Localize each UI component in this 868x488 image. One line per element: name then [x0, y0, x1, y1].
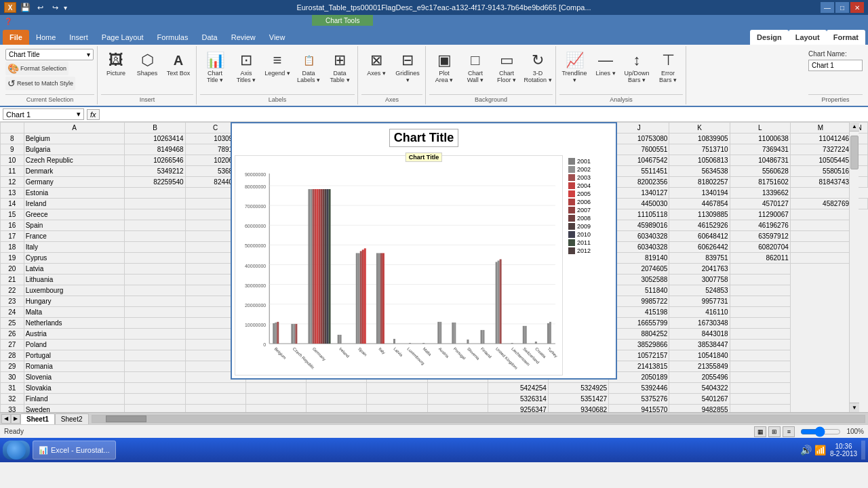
tab-view[interactable]: View — [262, 30, 292, 45]
cell[interactable]: 3052588 — [609, 274, 669, 285]
cell[interactable]: Austria — [24, 329, 125, 340]
tab-pagelayout[interactable]: Page Layout — [95, 30, 151, 45]
cell[interactable]: France — [24, 231, 125, 242]
cell[interactable] — [245, 394, 306, 405]
cell[interactable] — [730, 329, 790, 340]
cell[interactable]: 45989016 — [609, 220, 669, 231]
cell[interactable]: 10486731 — [730, 155, 790, 166]
redo-button[interactable]: ↪ — [49, 2, 61, 13]
cell[interactable]: 1340194 — [669, 188, 730, 199]
cell[interactable]: 5511451 — [609, 166, 669, 177]
cell[interactable]: 8804252 — [609, 329, 669, 340]
cell[interactable] — [125, 350, 185, 361]
col-header-a[interactable]: A — [24, 123, 125, 134]
zoom-slider[interactable] — [800, 427, 841, 436]
plot-area-button[interactable]: ▣ PlotArea ▾ — [429, 49, 459, 85]
cell[interactable]: Hungary — [24, 296, 125, 307]
cell[interactable]: 9482855 — [669, 405, 730, 413]
normal-view-button[interactable]: ▦ — [754, 426, 766, 437]
cell[interactable]: 1339662 — [730, 188, 790, 199]
cell[interactable]: 9256347 — [488, 405, 548, 413]
cell[interactable] — [307, 405, 367, 413]
cell[interactable]: 5349212 — [125, 166, 185, 177]
cell[interactable]: 5580516 — [790, 166, 850, 177]
cell[interactable]: 82002356 — [609, 177, 669, 188]
cell[interactable] — [790, 220, 850, 231]
cell[interactable]: 46196276 — [730, 220, 790, 231]
cell[interactable] — [185, 405, 245, 413]
cell[interactable]: 4467854 — [669, 199, 730, 209]
cell[interactable]: 4570127 — [730, 199, 790, 209]
close-button[interactable]: ✕ — [850, 2, 864, 13]
cell[interactable]: 819140 — [609, 253, 669, 264]
cell[interactable]: 3007758 — [669, 274, 730, 285]
cell[interactable] — [125, 264, 185, 274]
updown-bars-button[interactable]: ↕ Up/DownBars ▾ — [622, 49, 652, 85]
cell[interactable] — [125, 188, 185, 199]
cell[interactable]: Finland — [24, 394, 125, 405]
cell[interactable]: Netherlands — [24, 318, 125, 329]
cell[interactable]: 8149468 — [125, 144, 185, 155]
lines-button[interactable]: — Lines ▾ — [591, 49, 620, 79]
chart-title-box[interactable]: Chart Title — [389, 129, 459, 147]
data-labels-button[interactable]: 📋 DataLabels ▾ — [294, 49, 323, 85]
name-box[interactable]: Chart 1 ▾ — [3, 108, 84, 120]
cell[interactable]: 9985722 — [609, 296, 669, 307]
cell[interactable]: 2055496 — [669, 372, 730, 383]
cell[interactable]: Spain — [24, 220, 125, 231]
cell[interactable] — [730, 318, 790, 329]
cell[interactable]: 10467542 — [609, 155, 669, 166]
cell[interactable]: 46152926 — [669, 220, 730, 231]
cell[interactable] — [427, 383, 488, 394]
cell[interactable]: 11290067 — [730, 209, 790, 220]
reset-match-style-button[interactable]: ↺ Reset to Match Style — [5, 77, 75, 90]
gridlines-button[interactable]: ⊟ Gridlines ▾ — [393, 49, 422, 85]
cell[interactable] — [125, 340, 185, 350]
data-table-button[interactable]: ⊞ DataTable ▾ — [325, 49, 355, 85]
vertical-scrollbar[interactable]: ▲ ▼ — [849, 122, 859, 412]
sheet-tab-sheet2[interactable]: Sheet2 — [55, 413, 89, 424]
cell[interactable]: 2050189 — [609, 372, 669, 383]
cell[interactable]: Belgium — [24, 134, 125, 144]
cell[interactable] — [125, 394, 185, 405]
cell[interactable] — [790, 242, 850, 253]
cell[interactable] — [307, 383, 367, 394]
cell[interactable]: 82259540 — [125, 177, 185, 188]
cell[interactable]: 7327224 — [790, 144, 850, 155]
cell[interactable]: 21413815 — [609, 361, 669, 372]
cell[interactable]: 5375276 — [609, 394, 669, 405]
cell[interactable]: 10506813 — [669, 155, 730, 166]
cell[interactable]: Denmark — [24, 166, 125, 177]
legend-button[interactable]: ≡ Legend ▾ — [262, 49, 292, 79]
cell[interactable] — [730, 340, 790, 350]
save-button[interactable]: 💾 — [19, 2, 31, 13]
cell[interactable]: 9957731 — [669, 296, 730, 307]
cell[interactable]: 8443018 — [669, 329, 730, 340]
cell[interactable]: 7369431 — [730, 144, 790, 155]
cell[interactable] — [307, 394, 367, 405]
cell[interactable]: Slovakia — [24, 383, 125, 394]
cell[interactable] — [125, 199, 185, 209]
cell[interactable]: 11105118 — [609, 209, 669, 220]
cell[interactable]: 11309885 — [669, 209, 730, 220]
cell[interactable] — [730, 350, 790, 361]
page-break-view-button[interactable]: ≡ — [783, 426, 795, 437]
cell[interactable]: 5326314 — [488, 394, 548, 405]
tab-format[interactable]: Format — [827, 30, 865, 45]
cell[interactable] — [730, 405, 790, 413]
taskbar-item-excel[interactable]: 📊 Excel - Eurostat... — [33, 441, 116, 460]
cell[interactable] — [730, 394, 790, 405]
tab-insert[interactable]: Insert — [62, 30, 95, 45]
cell[interactable]: 11041246 — [790, 134, 850, 144]
cell[interactable]: 38529866 — [609, 340, 669, 350]
start-button[interactable] — [3, 441, 30, 460]
cell[interactable]: Germany — [24, 177, 125, 188]
cell[interactable] — [245, 405, 306, 413]
textbox-button[interactable]: A Text Box — [163, 49, 193, 79]
chart-element-dropdown[interactable]: Chart Title ▾ — [5, 49, 94, 60]
cell[interactable]: 10541840 — [669, 350, 730, 361]
cell[interactable]: 4450030 — [609, 199, 669, 209]
chart-wall-button[interactable]: □ ChartWall ▾ — [460, 49, 490, 85]
cell[interactable]: 60648412 — [669, 231, 730, 242]
cell[interactable]: 11000638 — [730, 134, 790, 144]
